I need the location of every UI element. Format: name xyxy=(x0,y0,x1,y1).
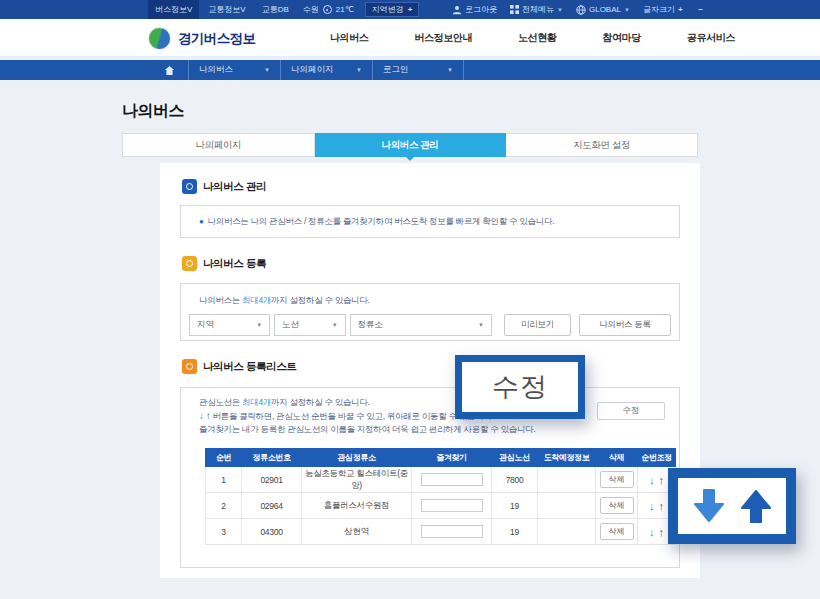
route-select-value: 노선 xyxy=(282,319,299,331)
font-size-label: 글자크기 xyxy=(643,4,675,15)
cell-stop-name: 능실초등학교 힐스테이트(중앙) xyxy=(302,467,412,493)
person-icon xyxy=(452,5,462,15)
cell-delete: 삭제 xyxy=(596,467,638,493)
topbar-traffic-info-label: 교통정보V xyxy=(208,4,245,15)
cell-favorite xyxy=(412,493,492,519)
preview-button[interactable]: 미리보기 xyxy=(504,314,571,336)
edit-button[interactable]: 수정 xyxy=(597,402,665,420)
delete-button[interactable]: 삭제 xyxy=(600,471,634,488)
tab-label: 나의페이지 xyxy=(196,139,242,152)
logout-button[interactable]: 로그아웃 xyxy=(452,4,497,15)
favorite-input[interactable] xyxy=(421,473,483,486)
table-row: 2 02964 홈플러스서수원점 19 삭제 ↓↑ xyxy=(206,493,676,519)
col-stop-name: 관심정류소 xyxy=(302,449,412,467)
list-note1-highlight: 최대4개 xyxy=(242,397,271,407)
cell-delete: 삭제 xyxy=(596,519,638,545)
topbar-traffic-db[interactable]: 교통DB xyxy=(255,0,296,19)
caret-down-icon: ▼ xyxy=(256,322,262,328)
reorder-arrows-magnifier-callout xyxy=(668,468,796,544)
move-up-button[interactable]: ↑ xyxy=(657,500,667,512)
arrow-down-icon xyxy=(694,489,724,523)
section-bus-icon xyxy=(182,179,197,194)
delete-button[interactable]: 삭제 xyxy=(600,497,634,514)
nav-item-bus-info[interactable]: 버스정보안내 xyxy=(414,31,472,45)
cell-arrival xyxy=(538,467,596,493)
section-title: 나의버스 등록 xyxy=(203,257,266,271)
caret-down-icon: ▼ xyxy=(356,67,362,73)
cell-stop-number: 02964 xyxy=(242,493,302,519)
cell-arrival xyxy=(538,519,596,545)
stop-select[interactable]: 정류소▼ xyxy=(350,314,492,336)
move-down-button[interactable]: ↓ xyxy=(647,526,657,538)
cell-delete: 삭제 xyxy=(596,493,638,519)
favorite-input[interactable] xyxy=(421,525,483,538)
site-header: 경기버스정보 나의버스 버스정보안내 노선현황 참여마당 공유서비스 xyxy=(0,19,820,58)
main-nav: 나의버스 버스정보안내 노선현황 참여마당 공유서비스 xyxy=(330,19,735,56)
register-my-bus-button[interactable]: 나의버스 등록 xyxy=(579,314,671,336)
section-title: 나의버스 관리 xyxy=(203,180,266,194)
caret-down-icon: ▼ xyxy=(332,322,338,328)
nav-item-my-bus[interactable]: 나의버스 xyxy=(330,31,368,45)
all-menu-button[interactable]: 전체메뉴 ▼ xyxy=(510,4,563,15)
register-controls: 지역▼ 노선▼ 정류소▼ 미리보기 나의버스 등록 xyxy=(181,314,679,336)
nav-item-participation[interactable]: 참여마당 xyxy=(602,31,640,45)
section-list-icon xyxy=(182,359,197,374)
weather-city-label: 수원 xyxy=(303,4,319,15)
region-change-button[interactable]: 지역변경 + xyxy=(365,2,420,17)
tab-bar: 나의페이지 나의버스 관리 지도화면 설정 xyxy=(122,133,698,157)
register-note: 나의버스는 최대4개까지 설정하실 수 있습니다. xyxy=(181,294,679,307)
breadcrumb-menu-1[interactable]: 나의버스 ▼ xyxy=(188,60,280,80)
move-up-button[interactable]: ↑ xyxy=(657,526,667,538)
caret-down-icon: ▼ xyxy=(447,67,453,73)
table-row: 1 02901 능실초등학교 힐스테이트(중앙) 7800 삭제 ↓↑ xyxy=(206,467,676,493)
stop-select-value: 정류소 xyxy=(358,319,384,331)
list-note-3: 즐겨찾기는 내가 등록한 관심노선의 이름을 지정하여 더욱 쉽고 편리하게 사… xyxy=(181,423,679,436)
breadcrumb-menu-3[interactable]: 로그인 ▼ xyxy=(372,60,464,80)
global-button[interactable]: GLOBAL ▼ xyxy=(576,5,630,15)
cell-seq: 3 xyxy=(206,519,242,545)
home-button[interactable] xyxy=(150,60,188,80)
route-select[interactable]: 노선▼ xyxy=(274,314,346,336)
nav-item-route-status[interactable]: 노선현황 xyxy=(518,31,556,45)
col-seq: 순번 xyxy=(206,449,242,467)
topbar-bus-info[interactable]: 버스정보V xyxy=(148,0,199,19)
section-manage-heading: 나의버스 관리 xyxy=(182,179,266,194)
grid-icon xyxy=(510,5,519,14)
home-icon xyxy=(164,65,175,76)
section-title: 나의버스 등록리스트 xyxy=(203,360,296,374)
list-note2-text: 버튼을 클릭하면, 관심노선 순번을 바꿀 수 있고, 위아래로 이동할 수 있… xyxy=(213,411,494,421)
topbar-traffic-info[interactable]: 교통정보V xyxy=(201,0,252,19)
col-favorite: 즐겨찾기 xyxy=(412,449,492,467)
cell-route: 19 xyxy=(492,493,538,519)
tab-label: 지도화면 설정 xyxy=(573,139,630,152)
region-select[interactable]: 지역▼ xyxy=(189,314,270,336)
col-route: 관심노선 xyxy=(492,449,538,467)
font-size-decrease-button[interactable]: − xyxy=(696,5,706,14)
section-register-heading: 나의버스 등록 xyxy=(182,256,266,271)
move-down-button[interactable]: ↓ xyxy=(647,500,657,512)
register-note-suffix: 까지 설정하실 수 있습니다. xyxy=(271,295,369,305)
tab-map-settings[interactable]: 지도화면 설정 xyxy=(506,133,698,157)
register-note-highlight: 최대4개 xyxy=(242,295,271,305)
move-down-button[interactable]: ↓ xyxy=(647,474,657,486)
manage-note-text: 나의버스는 나의 관심버스 / 정류소를 즐겨찾기하여 버스도착 정보를 빠르게… xyxy=(208,216,555,226)
site-logo[interactable]: 경기버스정보 xyxy=(148,27,255,50)
register-box: 나의버스는 최대4개까지 설정하실 수 있습니다. 지역▼ 노선▼ 정류소▼ 미… xyxy=(180,283,680,341)
cell-stop-number: 04300 xyxy=(242,519,302,545)
move-up-button[interactable]: ↑ xyxy=(657,474,667,486)
weather-status: 수원 21℃ xyxy=(298,0,359,19)
delete-button[interactable]: 삭제 xyxy=(600,523,634,540)
tab-my-page[interactable]: 나의페이지 xyxy=(122,133,315,157)
breadcrumb-menu-2[interactable]: 나의페이지 ▼ xyxy=(280,60,372,80)
caret-down-icon: ▼ xyxy=(264,67,270,73)
arrow-down-icon: ↓ xyxy=(199,410,204,421)
region-select-value: 지역 xyxy=(197,319,214,331)
cell-route: 7800 xyxy=(492,467,538,493)
plus-icon: + xyxy=(678,5,683,14)
edit-button-magnifier-callout: 수정 xyxy=(455,355,585,419)
nav-item-shared-services[interactable]: 공유서비스 xyxy=(687,31,735,45)
cell-route: 19 xyxy=(492,519,538,545)
favorite-input[interactable] xyxy=(421,499,483,512)
font-size-increase-button[interactable]: 글자크기 + xyxy=(643,4,683,15)
tab-my-bus-manage[interactable]: 나의버스 관리 xyxy=(315,133,507,157)
